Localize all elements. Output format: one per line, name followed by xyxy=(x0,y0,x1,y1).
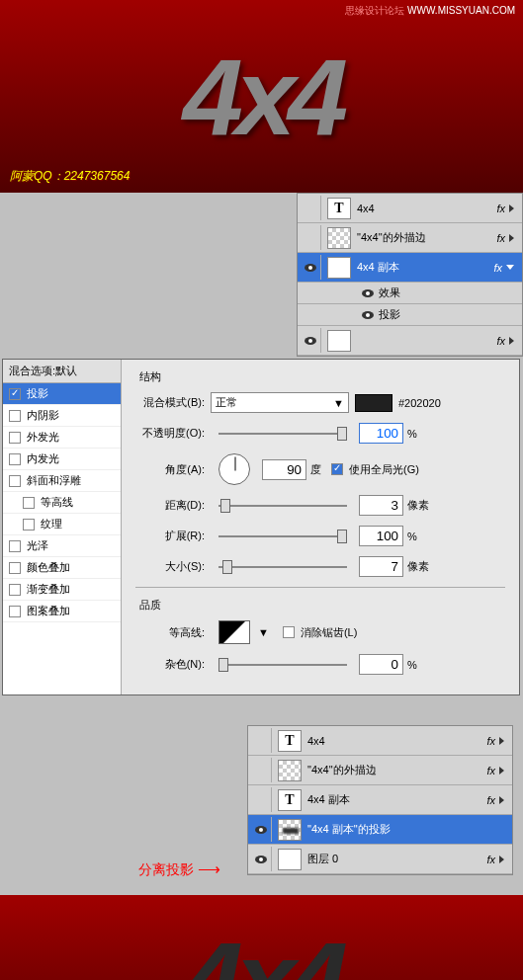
contour-row: 等高线: ▼ 消除锯齿(L) xyxy=(135,620,505,644)
list-header[interactable]: 混合选项:默认 xyxy=(3,360,121,383)
option-inner-shadow[interactable]: 内阴影 xyxy=(3,405,121,427)
angle-label: 角度(A): xyxy=(135,462,205,477)
size-input[interactable] xyxy=(359,556,403,577)
section-structure: 结构 xyxy=(135,369,505,384)
option-drop-shadow[interactable]: 投影 xyxy=(3,383,121,405)
layer-row[interactable]: "4x4"的外描边 fx xyxy=(248,756,512,785)
layer-name: 4x4 副本 xyxy=(307,792,486,807)
expand-icon[interactable] xyxy=(499,856,504,863)
layer-row-selected[interactable]: T 4x4 副本 fx xyxy=(298,253,522,283)
option-bevel[interactable]: 斜面和浮雕 xyxy=(3,470,121,492)
option-inner-glow[interactable]: 内发光 xyxy=(3,449,121,470)
fx-indicator[interactable]: fx xyxy=(496,203,505,214)
fx-indicator[interactable]: fx xyxy=(496,232,505,244)
noise-slider[interactable] xyxy=(218,664,347,666)
layer-row[interactable]: T 4x4 fx xyxy=(298,194,522,223)
layer-row[interactable]: T 4x4 fx xyxy=(248,726,512,756)
spread-row: 扩展(R): % xyxy=(135,526,505,546)
visibility-toggle[interactable] xyxy=(357,306,379,323)
visibility-toggle[interactable] xyxy=(300,328,321,353)
layer-effect-row[interactable]: 投影 xyxy=(298,304,522,326)
arrow-icon: ⟶ xyxy=(198,860,220,877)
checkbox-icon[interactable] xyxy=(9,388,21,400)
visibility-toggle[interactable] xyxy=(250,817,272,842)
expand-icon[interactable] xyxy=(499,767,504,775)
expand-icon[interactable] xyxy=(499,796,504,804)
stroke-layer-thumb xyxy=(278,760,302,781)
eye-icon xyxy=(305,264,316,272)
distance-slider[interactable] xyxy=(218,505,347,507)
layer-row-selected[interactable]: "4x4 副本"的投影 xyxy=(248,815,512,845)
fx-indicator[interactable]: fx xyxy=(486,735,495,747)
layer-name: "4x4 副本"的投影 xyxy=(307,822,510,837)
distance-input[interactable] xyxy=(359,495,403,516)
checkbox-icon[interactable] xyxy=(9,540,21,552)
effect-label: 效果 xyxy=(379,286,520,300)
layer-row[interactable]: T 4x4 副本 fx xyxy=(248,785,512,815)
checkbox-icon[interactable] xyxy=(9,584,21,596)
fx-indicator[interactable]: fx xyxy=(486,794,495,806)
visibility-toggle[interactable] xyxy=(300,196,321,220)
option-outer-glow[interactable]: 外发光 xyxy=(3,427,121,449)
fx-indicator[interactable]: fx xyxy=(486,854,495,865)
blend-mode-label: 混合模式(B): xyxy=(135,395,205,410)
checkbox-icon[interactable] xyxy=(23,519,35,531)
visibility-toggle[interactable] xyxy=(250,787,272,812)
visibility-toggle[interactable] xyxy=(250,758,272,782)
opacity-label: 不透明度(O): xyxy=(135,426,205,441)
checkbox-icon[interactable] xyxy=(9,453,21,465)
expand-icon[interactable] xyxy=(509,337,514,345)
color-hex: #202020 xyxy=(398,397,441,409)
checkbox-icon[interactable] xyxy=(9,432,21,444)
layer-row[interactable]: "4x4"的外描边 fx xyxy=(298,223,522,253)
antialias-checkbox[interactable] xyxy=(283,626,295,638)
spread-slider[interactable] xyxy=(218,535,347,537)
visibility-toggle[interactable] xyxy=(250,728,272,753)
size-slider[interactable] xyxy=(218,566,347,568)
global-light-checkbox[interactable] xyxy=(331,463,343,475)
spread-input[interactable] xyxy=(359,526,403,546)
checkbox-icon[interactable] xyxy=(9,410,21,422)
option-contour[interactable]: 等高线 xyxy=(3,492,121,514)
option-pattern-overlay[interactable]: 图案叠加 xyxy=(3,601,121,622)
noise-row: 杂色(N): % xyxy=(135,654,505,675)
noise-input[interactable] xyxy=(359,654,403,675)
option-texture[interactable]: 纹理 xyxy=(3,514,121,535)
visibility-toggle[interactable] xyxy=(357,285,379,301)
visibility-toggle[interactable] xyxy=(300,225,321,250)
expand-icon[interactable] xyxy=(509,234,514,242)
angle-row: 角度(A): 度 使用全局光(G) xyxy=(135,453,505,485)
checkbox-icon[interactable] xyxy=(9,562,21,574)
option-satin[interactable]: 光泽 xyxy=(3,535,121,557)
checkbox-icon[interactable] xyxy=(23,497,35,509)
layer-name: 图层 0 xyxy=(307,852,486,866)
color-swatch[interactable] xyxy=(355,394,392,412)
contour-picker[interactable] xyxy=(218,620,250,644)
visibility-toggle[interactable] xyxy=(300,255,321,280)
fx-indicator[interactable]: fx xyxy=(486,765,495,776)
fx-indicator[interactable]: fx xyxy=(496,335,505,347)
checkbox-icon[interactable] xyxy=(9,475,21,487)
angle-input[interactable] xyxy=(262,459,306,480)
logo-text: 4x4 xyxy=(183,34,341,159)
layer-row[interactable]: fx xyxy=(298,326,522,356)
checkbox-icon[interactable] xyxy=(9,606,21,617)
visibility-toggle[interactable] xyxy=(250,847,272,871)
collapse-icon[interactable] xyxy=(506,265,514,270)
expand-icon[interactable] xyxy=(499,737,504,745)
opacity-row: 不透明度(O): % xyxy=(135,423,505,444)
contour-label: 等高线: xyxy=(135,625,205,640)
layer-name: 4x4 副本 xyxy=(357,260,493,275)
option-color-overlay[interactable]: 颜色叠加 xyxy=(3,557,121,579)
layer-effect-row[interactable]: 效果 xyxy=(298,283,522,304)
text-layer-thumb: T xyxy=(327,257,351,279)
angle-dial[interactable] xyxy=(218,453,250,485)
expand-icon[interactable] xyxy=(509,204,514,212)
fx-indicator[interactable]: fx xyxy=(493,262,502,274)
layer-row[interactable]: 图层 0 fx xyxy=(248,845,512,874)
option-gradient-overlay[interactable]: 渐变叠加 xyxy=(3,579,121,601)
blend-mode-select[interactable]: 正常▼ xyxy=(211,392,349,413)
opacity-slider[interactable] xyxy=(218,433,347,435)
opacity-input[interactable] xyxy=(359,423,403,444)
size-row: 大小(S): 像素 xyxy=(135,556,505,577)
